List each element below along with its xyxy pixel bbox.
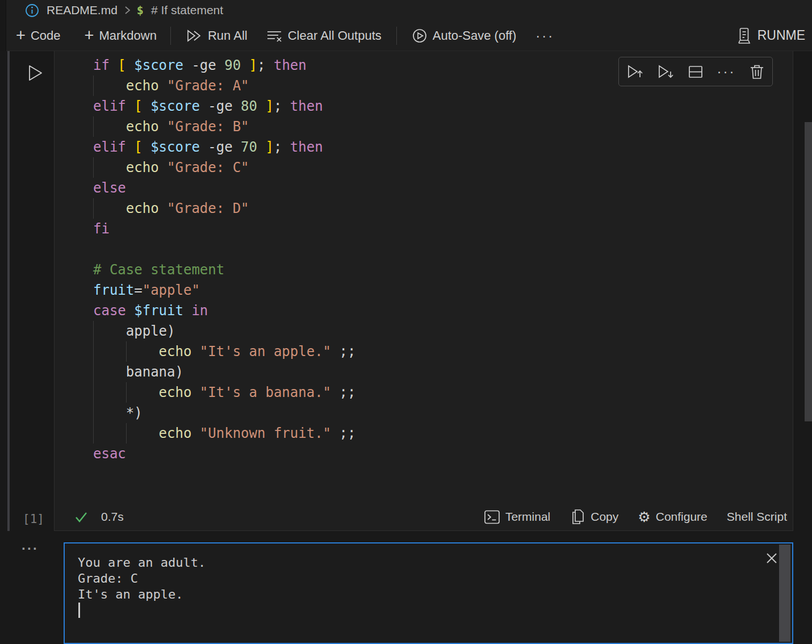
code-line: echo "It's a banana." ;; (93, 382, 355, 403)
toolbar-separator (396, 27, 397, 45)
code-line: if [ $score -ge 90 ]; then (93, 55, 355, 76)
split-cell-button[interactable] (683, 59, 709, 84)
runme-logo-icon (735, 27, 752, 45)
add-markdown-button[interactable]: + Markdown (85, 27, 157, 44)
code-line (93, 239, 355, 260)
code-line: echo "It's an apple." ;; (93, 341, 355, 362)
cell-hover-toolbar: ··· (618, 57, 773, 86)
close-output-icon[interactable] (765, 551, 778, 565)
cell-output[interactable]: You are an adult.Grade: CIt's an apple. (64, 542, 793, 644)
indent-guide (93, 157, 94, 178)
execution-count: [1] (23, 512, 55, 526)
indent-guide (126, 341, 127, 362)
toolbar-more-button[interactable]: ··· (535, 28, 554, 44)
code-line: case $fruit in (93, 300, 355, 321)
plus-icon: + (16, 27, 26, 44)
clear-all-outputs-button[interactable]: Clear All Outputs (266, 27, 382, 44)
window-edge (0, 0, 6, 51)
output-line: It's an apple. (78, 587, 206, 603)
execute-below-button[interactable] (652, 59, 678, 84)
breadcrumb: README.md $ # If statement (0, 0, 812, 20)
execute-above-button[interactable] (621, 59, 647, 84)
info-icon[interactable] (25, 3, 39, 18)
code-line: echo "Grade: B" (93, 116, 355, 137)
indent-guide (93, 321, 94, 444)
code-line: elif [ $score -ge 80 ]; then (93, 96, 355, 116)
language-selector[interactable]: Shell Script (727, 510, 787, 524)
breadcrumb-file[interactable]: README.md (47, 3, 118, 17)
run-all-icon (186, 27, 203, 45)
code-line: banana) (93, 362, 355, 382)
output-text: You are an adult.Grade: CIt's an apple. (78, 555, 206, 603)
code-line: fi (93, 219, 355, 239)
indent-guide (93, 198, 94, 219)
cell-more-button[interactable]: ··· (713, 59, 739, 84)
notebook-window: README.md $ # If statement + Code + Mark… (0, 0, 812, 644)
terminal-icon (484, 509, 500, 525)
terminal-button[interactable]: Terminal (484, 509, 550, 525)
auto-save-icon (412, 28, 428, 44)
terminal-cursor (78, 603, 80, 618)
plus-icon: + (85, 27, 94, 44)
code-cell[interactable]: if [ $score -ge 90 ]; then echo "Grade: … (54, 51, 793, 531)
code-line: apple) (93, 321, 355, 341)
notebook-scrollbar[interactable] (805, 122, 812, 421)
copy-icon (570, 508, 585, 525)
indent-guide (93, 76, 94, 96)
indent-guide (126, 382, 127, 403)
output-line: Grade: C (78, 571, 206, 587)
auto-save-toggle[interactable]: Auto-Save (off) (412, 28, 517, 44)
cell-status-bar: 0.7s Terminal (55, 503, 793, 530)
cell-focus-bar (7, 51, 10, 531)
toolbar-separator (170, 27, 171, 45)
success-check-icon (74, 510, 89, 524)
indent-guide (93, 116, 94, 137)
code-line: echo "Unknown fruit." ;; (93, 423, 355, 444)
execution-duration: 0.7s (101, 510, 124, 524)
code-line: elif [ $score -ge 70 ]; then (93, 137, 355, 157)
add-code-button[interactable]: + Code (16, 27, 61, 44)
breadcrumb-symbol[interactable]: # If statement (151, 3, 223, 17)
code-line: esac (93, 444, 355, 464)
breadcrumb-symbol-icon: $ (137, 3, 144, 17)
chevron-right-icon (123, 5, 131, 16)
output-line: You are an adult. (78, 555, 206, 571)
indent-guide (126, 423, 127, 444)
code-line: echo "Grade: D" (93, 198, 355, 219)
code-line: echo "Grade: A" (93, 76, 355, 96)
output-scrollbar[interactable] (779, 545, 790, 642)
code-line: # Case statement (93, 260, 355, 280)
notebook-toolbar: + Code + Markdown Run All (0, 20, 812, 51)
output-more-button[interactable]: ··· (22, 541, 39, 557)
gear-icon: ⚙ (638, 510, 650, 524)
configure-button[interactable]: ⚙ Configure (638, 510, 707, 524)
code-lines[interactable]: if [ $score -ge 90 ]; then echo "Grade: … (93, 55, 355, 464)
run-all-button[interactable]: Run All (186, 27, 248, 45)
clear-outputs-icon (266, 27, 283, 44)
copy-button[interactable]: Copy (570, 508, 618, 525)
delete-cell-button[interactable] (744, 59, 770, 84)
runme-brand[interactable]: RUNME (735, 27, 805, 45)
code-line: else (93, 178, 355, 198)
code-line: echo "Grade: C" (93, 157, 355, 178)
code-line: *) (93, 403, 355, 423)
code-line: fruit="apple" (93, 280, 355, 300)
cell-run-button[interactable] (25, 62, 44, 84)
